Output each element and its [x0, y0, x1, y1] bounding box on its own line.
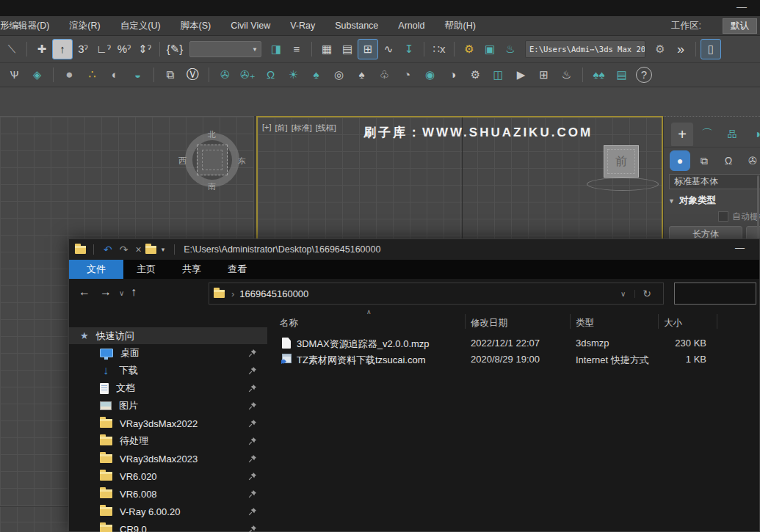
menu-rendering[interactable]: 渲染(R): [69, 20, 100, 32]
fire-ring-icon[interactable]: ◔: [396, 65, 419, 85]
column-header-name[interactable]: 名称: [280, 317, 298, 329]
menu-customize[interactable]: 自定义(U): [120, 20, 161, 32]
menu-substance[interactable]: Substance: [335, 21, 378, 31]
viewport-menu-pov[interactable]: [前]: [275, 123, 288, 134]
layers-stack-icon[interactable]: ◉: [419, 65, 441, 85]
sidebar-quick-access[interactable]: ★ 快速访问: [69, 327, 267, 344]
saw-box-icon[interactable]: ◎: [327, 65, 350, 85]
viewport-menu-render-preset[interactable]: [标准]: [292, 123, 312, 134]
curve-editor-button[interactable]: ∿: [378, 39, 399, 59]
viewport-menu-general[interactable]: [+]: [262, 123, 272, 134]
toolbar-overflow-button[interactable]: »: [670, 39, 691, 59]
save-partial-icon[interactable]: ▯: [701, 39, 721, 59]
column-header-type[interactable]: 类型: [576, 317, 594, 329]
category-geometry-button[interactable]: ●: [670, 150, 690, 171]
scene-object-cube[interactable]: 前: [604, 145, 639, 178]
max-minimize-button[interactable]: —: [737, 1, 747, 12]
viewport-menu-shading[interactable]: [线框]: [316, 123, 336, 134]
sidebar-item-cr9-0[interactable]: CR9.0: [69, 520, 267, 532]
column-divider[interactable]: [465, 314, 466, 329]
tab-share[interactable]: 共享: [169, 260, 214, 279]
burn-material-icon[interactable]: ◈: [26, 65, 48, 85]
sidebar-item-documents[interactable]: 文档: [69, 379, 267, 397]
forward-button[interactable]: →: [100, 285, 112, 299]
material-dark-sphere-icon[interactable]: ◐: [104, 65, 126, 85]
redo-button[interactable]: ↷: [120, 244, 129, 255]
panel-side-icon[interactable]: ◫: [487, 65, 510, 85]
palette-icon[interactable]: ◑: [441, 65, 464, 85]
sidebar-item-vr6-020[interactable]: VR6.020: [69, 467, 267, 485]
sidebar-item-vray3dsmax2022[interactable]: VRay3dsMax2022: [69, 415, 267, 432]
address-dropdown[interactable]: ∨: [612, 290, 635, 298]
forest-icon[interactable]: ♠♠: [587, 65, 610, 85]
panel-arrow-icon[interactable]: ⧉: [159, 65, 181, 85]
bulb-gear-icon[interactable]: ⚙: [464, 65, 487, 85]
project-folder-button[interactable]: ⚙: [650, 39, 670, 59]
column-divider[interactable]: [570, 314, 571, 329]
light-bulb-icon[interactable]: Ω: [259, 65, 282, 85]
undo-button[interactable]: ↶: [104, 244, 112, 255]
sidebar-item-vr6-008[interactable]: VR6.008: [69, 485, 267, 503]
sphere-frame-icon[interactable]: ◒: [126, 65, 149, 85]
close-icon[interactable]: ×: [135, 244, 141, 255]
teapot-outline-icon[interactable]: ♨: [555, 65, 578, 85]
column-header-size[interactable]: 大小: [664, 317, 682, 329]
sidebar-item-pictures[interactable]: 图片: [69, 397, 267, 415]
sidebar-item-pending[interactable]: 待处理: [69, 432, 267, 450]
sun-icon[interactable]: ☀: [282, 65, 305, 85]
explorer-minimize-button[interactable]: —: [735, 242, 745, 253]
object-type-rollout[interactable]: ▼对象类型: [668, 194, 716, 207]
quick-access-toolbar-dropdown[interactable]: ▾: [162, 246, 165, 253]
hair-fur-icon[interactable]: Ѱ: [3, 65, 26, 85]
sidebar-item-downloads[interactable]: ↓下载: [69, 362, 267, 379]
refresh-button[interactable]: ↻: [635, 288, 659, 299]
tab-view[interactable]: 查看: [214, 260, 260, 279]
file-row-mzp[interactable]: 3DMAX资源追踪器_v2.0.0.mzp 2022/12/1 22:07 3d…: [267, 335, 759, 351]
panel-play-icon[interactable]: ▶: [510, 65, 532, 85]
document-lines-icon[interactable]: ▤: [610, 65, 633, 85]
menu-help[interactable]: 帮助(H): [444, 20, 475, 32]
tree-box-icon[interactable]: ♧: [373, 65, 396, 85]
snap-toggle-3d-button[interactable]: 3ˀ: [73, 39, 93, 59]
tab-file[interactable]: 文件: [69, 260, 123, 279]
material-sphere-icon[interactable]: ●: [58, 65, 81, 85]
render-setup-button[interactable]: ⚙: [459, 39, 479, 59]
render-production-button[interactable]: ♨: [500, 39, 521, 59]
menu-arnold[interactable]: Arnold: [398, 21, 424, 31]
menu-civil-view[interactable]: Civil View: [231, 21, 270, 31]
search-input[interactable]: [674, 283, 756, 305]
scene-explorer-button[interactable]: ▦: [316, 39, 337, 59]
address-bar[interactable]: › 1669645160000 ∨ ↻: [209, 283, 664, 305]
select-object-button[interactable]: ↑: [52, 39, 73, 59]
select-and-link-partial-icon[interactable]: ⟍: [1, 39, 22, 59]
menu-scripting[interactable]: 脚本(S): [181, 20, 211, 32]
tab-home[interactable]: 主页: [123, 260, 169, 279]
primitive-type-dropdown[interactable]: 标准基本体: [669, 174, 760, 189]
column-header-date-modified[interactable]: 修改日期: [471, 317, 507, 329]
align-button[interactable]: ≡: [286, 39, 307, 59]
layer-explorer-button[interactable]: ▤: [337, 39, 358, 59]
sidebar-item-vray-6-00-20[interactable]: V-Ray 6.00.20: [69, 503, 267, 520]
schematic-view-button[interactable]: ↧: [399, 39, 419, 59]
slate-material-editor-button[interactable]: ∷x: [429, 39, 449, 59]
menu-graph-editors[interactable]: 形编辑器(D): [0, 20, 49, 32]
category-lights-button[interactable]: Ω: [718, 150, 739, 171]
tab-modify[interactable]: ⌒: [696, 123, 718, 146]
named-selection-sets-dropdown[interactable]: ▼: [189, 41, 261, 57]
sidebar-item-desktop[interactable]: 桌面: [69, 344, 267, 362]
edit-named-selection-sets-button[interactable]: {✎}: [164, 39, 185, 59]
tab-hierarchy[interactable]: 品: [721, 123, 743, 146]
category-cameras-button[interactable]: ✇: [742, 150, 760, 171]
percent-snap-toggle-button[interactable]: %ˀ: [114, 39, 134, 59]
camera-add-icon[interactable]: ✇₊: [236, 65, 259, 85]
workspace-dropdown[interactable]: 默认: [723, 18, 757, 34]
explorer-titlebar[interactable]: ↶ ↷ × ▾ E:\Users\Administrator\Desktop\1…: [69, 239, 759, 260]
project-path-dropdown[interactable]: E:\Users\Admi⋯\3ds Max 2023 ▼: [525, 40, 645, 58]
select-and-move-button[interactable]: ✚: [32, 39, 52, 59]
vray-logo-icon[interactable]: Ⓥ: [181, 65, 204, 85]
file-row-shortcut[interactable]: TZ素材网资料下载tzsucai.com 2020/8/29 19:00 Int…: [267, 351, 759, 368]
breadcrumb[interactable]: 1669645160000: [239, 288, 308, 299]
angle-snap-toggle-button[interactable]: ∟ˀ: [93, 39, 114, 59]
material-balls-icon[interactable]: ∴: [81, 65, 104, 85]
tree-list-icon[interactable]: ♠: [350, 65, 373, 85]
